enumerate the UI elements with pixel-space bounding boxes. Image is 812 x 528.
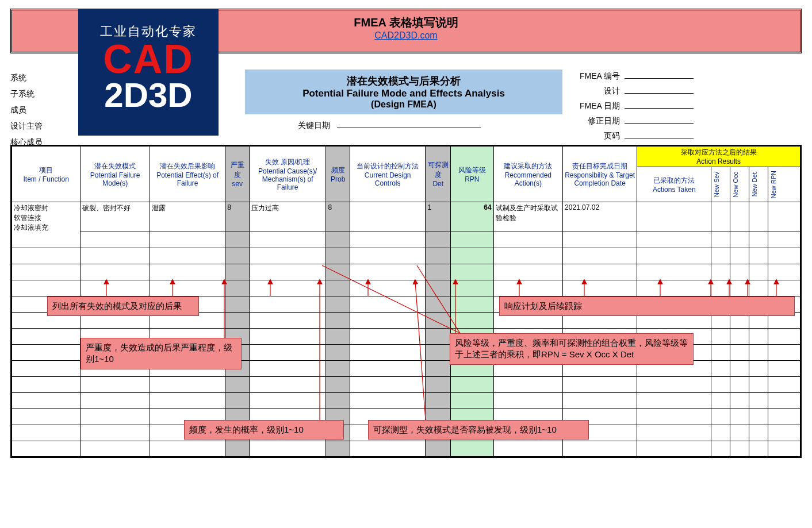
annot-modes: 列出所有失效的模式及对应的后果 xyxy=(47,296,199,316)
label-design: 设计 xyxy=(604,86,620,97)
label-design-lead: 设计主管 xyxy=(10,121,75,132)
design-field[interactable] xyxy=(625,86,694,94)
logo-line1: CAD xyxy=(78,40,219,79)
label-fmea-no: FMEA 编号 xyxy=(580,71,620,82)
cell-prob: 8 xyxy=(326,202,350,232)
cell-resp: 2021.07.02 xyxy=(563,202,637,232)
th-sev: 严重度sev xyxy=(225,146,250,202)
fmea-date-field[interactable] xyxy=(625,101,694,109)
th-item: 项目Item / Function xyxy=(12,146,81,202)
th-controls: 当前设计的控制方法Current Design Controls xyxy=(350,146,426,202)
annot-resp: 响应计划及后续跟踪 xyxy=(499,296,795,316)
cell-item: 冷却液密封软管连接冷却液填充 xyxy=(12,202,81,248)
cell-sev: 8 xyxy=(225,202,250,232)
center-title-box: 潜在失效模式与后果分析 Potential Failure Mode and E… xyxy=(245,70,562,114)
meta-right: FMEA 编号 设计 FMEA 日期 修正日期 页码 xyxy=(580,71,694,145)
center-title-sub: (Design FMEA) xyxy=(247,99,560,110)
annot-prob: 频度，发生的概率，级别1~10 xyxy=(184,420,344,440)
label-system: 系统 xyxy=(10,73,75,83)
annot-det: 可探测型，失效模式是否容易被发现，级别1~10 xyxy=(368,420,589,440)
page-field[interactable] xyxy=(625,130,694,138)
cell-taken xyxy=(637,202,711,232)
th-rpn: 风险等级RPN xyxy=(451,146,493,202)
cell-mode: 破裂、密封不好 xyxy=(81,202,150,232)
cell-controls xyxy=(350,202,426,232)
logo-line2: 2D3D xyxy=(78,79,219,111)
cell-newrpn xyxy=(768,202,800,232)
cell-newdet xyxy=(749,202,768,232)
title-link[interactable]: CAD2D3D.com xyxy=(374,30,437,40)
table-row xyxy=(12,280,801,296)
key-date-field[interactable] xyxy=(337,120,481,128)
key-date-label: 关键日期 xyxy=(298,121,330,130)
th-mode: 潜在失效模式Potential Failure Mode(s) xyxy=(81,146,150,202)
table-row xyxy=(12,232,801,248)
th-action-results: 采取对应方法之后的结果Action Results xyxy=(637,146,801,167)
th-taken: 已采取的方法Actions Taken xyxy=(637,167,711,202)
cell-rec: 试制及生产时采取试验检验 xyxy=(493,202,562,232)
logo: 工业自动化专家 CAD 2D3D xyxy=(78,9,219,136)
table-row xyxy=(12,377,801,393)
table-row xyxy=(12,441,801,457)
th-prob: 频度Prob xyxy=(326,146,350,202)
th-cause: 失效 原因/机理Potential Cause(s)/ Mechanism(s)… xyxy=(249,146,326,202)
label-core-member: 核心成员 xyxy=(10,137,75,148)
annot-rpn: 风险等级，严重度、频率和可探测性的组合权重，风险等级等于上述三者的乘积，即RPN… xyxy=(450,333,694,365)
table-row xyxy=(12,393,801,409)
cell-rpn: 64 xyxy=(451,202,493,232)
th-rec: 建议采取的方法Recommended Action(s) xyxy=(493,146,562,202)
cell-newocc xyxy=(730,202,749,232)
table-row xyxy=(12,248,801,264)
th-det: 可探测度Det xyxy=(426,146,451,202)
annot-sev: 严重度，失效造成的后果严重程度，级别1~10 xyxy=(81,338,242,369)
label-rev-date: 修正日期 xyxy=(588,116,620,126)
label-member: 成员 xyxy=(10,105,75,115)
th-new-det: New Det xyxy=(749,167,768,202)
cell-det: 1 xyxy=(426,202,451,232)
th-resp: 责任目标完成日期Responsibility & Target Completi… xyxy=(563,146,637,202)
label-subsystem: 子系统 xyxy=(10,89,75,99)
label-fmea-date: FMEA 日期 xyxy=(580,101,620,111)
th-new-rpn: New RPN xyxy=(768,167,800,202)
cell-cause: 压力过高 xyxy=(249,202,326,232)
center-title-cn: 潜在失效模式与后果分析 xyxy=(247,74,560,88)
fmea-no-field[interactable] xyxy=(625,71,694,79)
key-date: 关键日期 xyxy=(298,120,481,131)
cell-newsev xyxy=(711,202,730,232)
cell-effect: 泄露 xyxy=(150,202,225,232)
center-title-en: Potential Failure Mode and Effects Analy… xyxy=(247,88,560,99)
table-row xyxy=(12,264,801,280)
rev-date-field[interactable] xyxy=(625,115,694,124)
th-new-sev: New Sev xyxy=(711,167,730,202)
table-row: 冷却液密封软管连接冷却液填充 破裂、密封不好 泄露 8 压力过高 8 1 64 … xyxy=(12,202,801,232)
th-new-occ: New Occ xyxy=(730,167,749,202)
label-page: 页码 xyxy=(604,131,620,141)
meta-left-labels: 系统 子系统 成员 设计主管 核心成员 xyxy=(10,58,75,153)
th-effect: 潜在失效后果影响Potential Effect(s) of Failure xyxy=(150,146,225,202)
meta-section: 系统 子系统 成员 设计主管 核心成员 工业自动化专家 CAD 2D3D 潜在失… xyxy=(10,58,802,141)
